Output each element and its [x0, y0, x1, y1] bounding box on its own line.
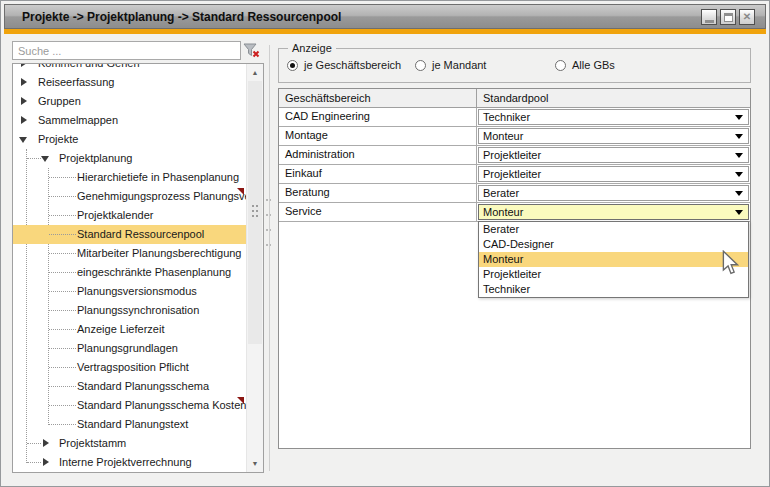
standardpool-combobox-einkauf[interactable]: Projektleiter: [478, 166, 749, 182]
filter-icon: [243, 43, 261, 59]
close-icon: ✕: [743, 12, 751, 22]
maximize-icon: [724, 13, 733, 22]
dropdown-option-techniker[interactable]: Techniker: [479, 282, 748, 297]
chevron-down-icon[interactable]: [735, 115, 743, 120]
tree-item-sammelmappen[interactable]: Sammelmappen: [13, 111, 246, 130]
tree-item-eingeschr-nkte-phasenplanung[interactable]: eingeschränkte Phasenplanung: [13, 263, 246, 282]
expand-icon[interactable]: [41, 457, 52, 468]
standardpool-combobox-cad-engineering[interactable]: Techniker: [478, 109, 749, 125]
chevron-down-icon[interactable]: [735, 191, 743, 196]
standardpool-combobox-service[interactable]: Monteur: [478, 204, 749, 220]
scroll-up-button[interactable]: ▲: [247, 64, 263, 81]
standardpool-combobox-administration[interactable]: Projektleiter: [478, 147, 749, 163]
radio-alle-gbs[interactable]: Alle GBs: [555, 59, 615, 71]
tree-item-projektkalender[interactable]: Projektkalender: [13, 206, 246, 225]
tree-item-planungssynchronisation[interactable]: Planungssynchronisation: [13, 301, 246, 320]
app-window: Projekte -> Projektplanung -> Standard R…: [0, 0, 770, 487]
expand-icon[interactable]: [19, 63, 30, 69]
splitter-grip-icon: [266, 199, 271, 247]
accent-bar: [4, 29, 766, 34]
tree-item-label: Projektkalender: [77, 209, 153, 221]
dropdown-option-projektleiter[interactable]: Projektleiter: [479, 267, 748, 282]
settings-tree: Kommen und GehenReiseerfassungGruppenSam…: [12, 63, 264, 473]
chevron-down-icon[interactable]: [735, 172, 743, 177]
tree-branch-connector: [49, 253, 76, 254]
tree-item-projektstamm[interactable]: Projektstamm: [13, 434, 246, 453]
tree-item-label: Projektstamm: [59, 437, 126, 449]
dropdown-option-berater[interactable]: Berater: [479, 222, 748, 237]
tree-scrollbar[interactable]: ▲ ▼: [246, 64, 263, 472]
maximize-button[interactable]: [720, 9, 736, 25]
dropdown-option-monteur[interactable]: Monteur: [479, 252, 748, 267]
tree-item-standard-ressourcenpool[interactable]: Standard Ressourcenpool: [13, 225, 246, 244]
tree-item-kommen-und-gehen[interactable]: Kommen und Gehen: [13, 63, 246, 73]
tree-item-interne-projektverrechnung[interactable]: Interne Projektverrechnung: [13, 453, 246, 472]
anzeige-groupbox: Anzeige je Geschäftsbereichje MandantAll…: [278, 48, 751, 83]
filter-clear-button[interactable]: [243, 43, 261, 59]
tree-item-label: Standard Planungsschema: [77, 380, 209, 392]
standardpool-combobox-montage[interactable]: Monteur: [478, 128, 749, 144]
tree-item-label: Sammelmappen: [38, 114, 118, 126]
expand-icon[interactable]: [19, 115, 30, 126]
title-bar[interactable]: Projekte -> Projektplanung -> Standard R…: [4, 4, 766, 29]
search-input[interactable]: [12, 41, 241, 60]
panel-splitter[interactable]: [269, 45, 270, 471]
table-header-row: Geschäftsbereich Standardpool: [279, 89, 750, 108]
radio-button-icon[interactable]: [287, 60, 298, 71]
table-body: CAD EngineeringTechnikerMontageMonteurAd…: [279, 108, 750, 222]
radio-je-gesch-ftsbereich[interactable]: je Geschäftsbereich: [287, 59, 401, 71]
table-row-montage: MontageMonteur: [279, 127, 750, 146]
tree-item-label: Reiseerfassung: [38, 76, 114, 88]
tree-item-mitarbeiter-planungsberechtigung[interactable]: Mitarbeiter Planungsberechtigung: [13, 244, 246, 263]
tree-branch-connector: [49, 424, 76, 425]
tree-item-planungsversionsmodus[interactable]: Planungsversionsmodus: [13, 282, 246, 301]
tree-branch-connector: [49, 291, 76, 292]
collapse-icon[interactable]: [19, 134, 30, 145]
tree-scroll-area: Kommen und GehenReiseerfassungGruppenSam…: [13, 63, 246, 472]
tree-item-vertragsposition-pflicht[interactable]: Vertragsposition Pflicht: [13, 358, 246, 377]
geschaeftsbereich-cell: Einkauf: [279, 165, 477, 183]
radio-button-icon[interactable]: [555, 60, 566, 71]
tree-item-label: Gruppen: [38, 95, 81, 107]
tree-item-standard-planungsschema-kostenst[interactable]: Standard Planungsschema Kostenst: [13, 396, 246, 415]
tree-item-anzeige-lieferzeit[interactable]: Anzeige Lieferzeit: [13, 320, 246, 339]
standardpool-cell: Projektleiter: [477, 165, 750, 183]
tree-item-gruppen[interactable]: Gruppen: [13, 92, 246, 111]
tree-item-label: Interne Projektverrechnung: [59, 456, 192, 468]
radio-je-mandant[interactable]: je Mandant: [415, 59, 486, 71]
tree-item-standard-planungstext[interactable]: Standard Planungstext: [13, 415, 246, 434]
scroll-down-button[interactable]: ▼: [247, 455, 263, 472]
tree-branch-connector: [49, 386, 76, 387]
chevron-down-icon[interactable]: [735, 210, 743, 215]
changed-flag-icon: [237, 188, 244, 195]
tree-branch-connector: [27, 158, 41, 159]
radio-label: je Geschäftsbereich: [304, 59, 401, 71]
dropdown-option-cad-designer[interactable]: CAD-Designer: [479, 237, 748, 252]
geschaeftsbereich-cell: Montage: [279, 127, 477, 145]
expand-icon[interactable]: [41, 438, 52, 449]
close-button[interactable]: ✕: [739, 9, 755, 25]
combobox-value: Projektleiter: [479, 168, 541, 180]
expand-icon[interactable]: [19, 77, 30, 88]
tree-item-standard-planungsschema[interactable]: Standard Planungsschema: [13, 377, 246, 396]
tree-item-projektplanung[interactable]: Projektplanung: [13, 149, 246, 168]
radio-button-icon[interactable]: [415, 60, 426, 71]
header-geschaeftsbereich: Geschäftsbereich: [279, 89, 477, 107]
minimize-button[interactable]: [701, 9, 717, 25]
chevron-down-icon[interactable]: [735, 134, 743, 139]
standardpool-combobox-beratung[interactable]: Berater: [478, 185, 749, 201]
tree-branch-connector: [49, 329, 76, 330]
scrollbar-thumb[interactable]: [248, 81, 262, 344]
tree-item-label: eingeschränkte Phasenplanung: [77, 266, 231, 278]
expand-icon[interactable]: [19, 96, 30, 107]
tree-item-genehmigungsprozess-planungsvers[interactable]: Genehmigungsprozess Planungsvers: [13, 187, 246, 206]
tree-item-label: Vertragsposition Pflicht: [77, 361, 189, 373]
tree-item-projekte[interactable]: Projekte: [13, 130, 246, 149]
tree-item-label: Projekte: [38, 133, 78, 145]
collapse-icon[interactable]: [41, 153, 52, 164]
tree-item-hierarchietiefe-in-phasenplanung[interactable]: Hierarchietiefe in Phasenplanung: [13, 168, 246, 187]
tree-item-reiseerfassung[interactable]: Reiseerfassung: [13, 73, 246, 92]
tree-item-planungsgrundlagen[interactable]: Planungsgrundlagen: [13, 339, 246, 358]
chevron-down-icon[interactable]: [735, 153, 743, 158]
tree-branch-connector: [49, 196, 76, 197]
